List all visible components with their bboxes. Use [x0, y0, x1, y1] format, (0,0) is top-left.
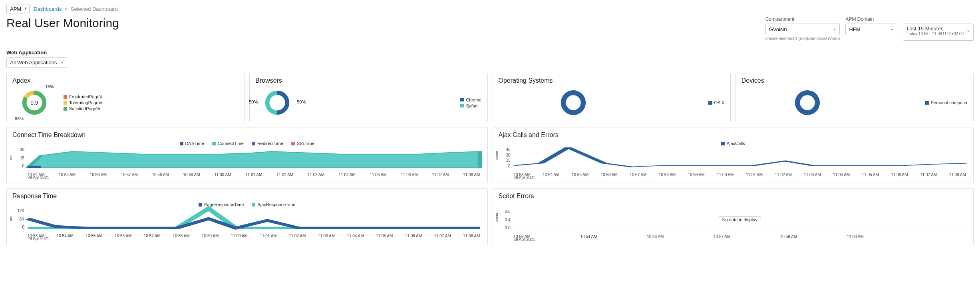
swatch-icon	[460, 104, 464, 107]
service-select[interactable]: APM	[6, 4, 30, 14]
script-y-axis: 0.80.40.0	[499, 209, 512, 230]
apdex-donut: 0.9 15% 83%	[12, 87, 56, 119]
response-chart: ms 12K6K0 10:53 AM10:54 AM10:55 AM10:56 …	[12, 209, 482, 236]
card-ajax-title: Ajax Calls and Errors	[499, 131, 968, 139]
breadcrumb-sep: »	[65, 6, 68, 12]
ajax-y-axis: 4530150	[499, 147, 512, 168]
time-range-main: Last 15 Minutes	[906, 26, 964, 32]
response-x-axis: 10:53 AM10:54 AM10:55 AM10:56 AM10:57 AM…	[28, 234, 480, 238]
compartment-path: oraseemeafrtech1 (root)/Sandbox/GVoisin	[765, 36, 840, 41]
apm-domain-label: APM Domain	[845, 16, 897, 22]
response-y-axis: 12K6K0	[12, 209, 26, 229]
web-app-select[interactable]: All Web Applications	[6, 57, 67, 68]
swatch-icon	[64, 101, 67, 105]
browsers-pct-right: 50%	[297, 99, 306, 104]
card-script-title: Script Errors	[499, 193, 968, 200]
page-title: Real User Monitoring	[6, 16, 119, 30]
ajax-x-axis: 10:53 AM10:54 AM10:55 AM10:56 AM10:57 AM…	[514, 173, 966, 177]
compartment-select[interactable]: GVoisin	[765, 24, 840, 35]
breadcrumb: Dashboards » Selected Dashboard	[34, 6, 117, 12]
card-script: Script Errors count 0.80.40.0 No data to…	[493, 188, 974, 245]
swatch-icon	[925, 101, 929, 105]
apdex-pct-top: 15%	[45, 84, 54, 89]
card-connect: Connect Time Breakdown DNSTime ConnectTi…	[6, 127, 488, 183]
svg-rect-7	[28, 166, 41, 168]
card-os: Operating Systems OS X	[493, 73, 731, 122]
svg-point-5	[563, 93, 583, 113]
swatch-icon	[212, 142, 216, 145]
browsers-legend: Chrome Safari	[460, 97, 481, 108]
swatch-icon	[252, 203, 255, 207]
response-legend: PageResponseTime AjaxResponseTime	[12, 202, 482, 207]
swatch-icon	[180, 142, 183, 145]
devices-legend: Personal computer	[925, 100, 968, 105]
script-chart: count 0.80.40.0 No data to display 10:53…	[499, 209, 968, 236]
card-connect-title: Connect Time Breakdown	[12, 131, 482, 139]
card-browsers-title: Browsers	[255, 77, 481, 84]
breadcrumb-current: Selected Dashboard	[71, 6, 118, 12]
devices-donut	[785, 87, 829, 119]
apdex-legend: FrustratedPageV... ToleratingPageVi... S…	[64, 94, 106, 111]
ajax-chart: count 4530150 10:53 AM10:54 AM10:55 AM10…	[499, 147, 968, 175]
card-response-title: Response Time	[12, 193, 482, 200]
os-legend: OS X	[708, 100, 724, 105]
swatch-icon	[64, 95, 67, 99]
swatch-icon	[708, 101, 712, 105]
script-x-axis: 10:53 AM10:54 AM10:56 AM10:57 AM10:59 AM…	[514, 234, 966, 239]
time-range-sub: Today 10:53 - 11:08 UTC+02:00	[906, 32, 964, 36]
ajax-legend: AjaxCalls	[499, 141, 968, 146]
browsers-pct-left: 50%	[249, 99, 258, 104]
connect-x-axis: 10:54 AM10:55 AM10:56 AM10:57 AM10:58 AM…	[28, 173, 480, 177]
swatch-icon	[721, 142, 725, 145]
web-app-label: Web Application	[6, 50, 974, 56]
browsers-donut: 50% 50%	[255, 87, 299, 119]
connect-legend: DNSTime ConnectTime RedirectTime SSLTime	[12, 141, 482, 146]
connect-chart: ms 30150 10:54 AM10:55 AM10:56 AM10:57 A…	[12, 147, 482, 175]
card-response: Response Time PageResponseTime AjaxRespo…	[6, 188, 488, 245]
card-devices-title: Devices	[741, 77, 968, 84]
card-browsers: Browsers 50% 50% Chrome Safari	[249, 73, 487, 122]
apdex-center-value: 0.9	[30, 99, 38, 106]
swatch-icon	[199, 203, 202, 207]
compartment-label: Compartment	[765, 16, 840, 22]
time-range-select[interactable]: Last 15 Minutes Today 10:53 - 11:08 UTC+…	[903, 24, 974, 41]
swatch-icon	[291, 142, 295, 145]
swatch-icon	[460, 98, 464, 101]
apdex-pct-bottom: 83%	[15, 116, 24, 121]
apm-domain-select[interactable]: HFM	[845, 24, 897, 35]
card-os-title: Operating Systems	[499, 77, 725, 84]
card-apdex: Apdex 0.9 15% 83% FrustratedPageV... Tol…	[6, 73, 245, 122]
breadcrumb-root[interactable]: Dashboards	[34, 6, 62, 12]
card-ajax: Ajax Calls and Errors AjaxCalls count 45…	[493, 127, 974, 183]
swatch-icon	[252, 142, 255, 145]
card-apdex-title: Apdex	[12, 77, 239, 84]
svg-point-6	[798, 93, 818, 113]
connect-y-axis: 30150	[12, 147, 26, 168]
no-data-message: No data to display	[719, 216, 761, 223]
card-devices: Devices Personal computer	[735, 73, 974, 122]
os-donut	[551, 87, 595, 119]
swatch-icon	[64, 107, 67, 111]
